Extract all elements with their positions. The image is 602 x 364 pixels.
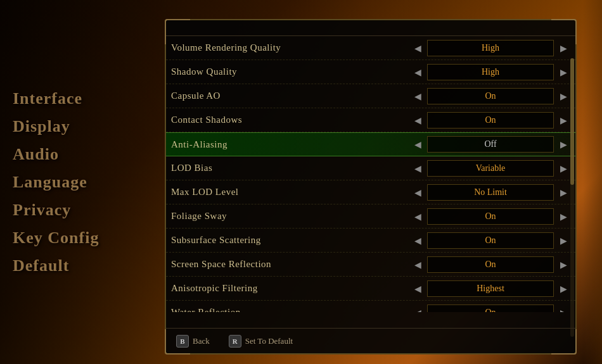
right-edge-decoration [583, 0, 602, 364]
setting-row-shadow-quality[interactable]: Shadow Quality◀High▶ [166, 60, 575, 84]
setting-label-shadow-quality: Shadow Quality [171, 66, 411, 77]
sidebar-item-keyconfig[interactable]: Key Config [13, 226, 155, 250]
key-icon-set-to-default: R [229, 335, 241, 348]
setting-label-foliage-sway: Foliage Sway [171, 211, 411, 222]
setting-row-water-reflection[interactable]: Water Reflection◀On▶ [166, 301, 575, 312]
setting-control-max-lod-level: ◀No Limit▶ [411, 184, 570, 201]
sidebar-item-privacy[interactable]: Privacy [13, 198, 155, 222]
value-box-contact-shadows: On [427, 112, 554, 129]
setting-control-volume-rendering-quality: ◀High▶ [411, 40, 570, 56]
arrow-left-volume-rendering-quality[interactable]: ◀ [411, 44, 425, 53]
arrow-right-capsule-ao[interactable]: ▶ [556, 92, 570, 101]
arrow-left-subsurface-scattering[interactable]: ◀ [411, 236, 425, 245]
arrow-left-max-lod-level[interactable]: ◀ [411, 188, 425, 197]
arrow-left-screen-space-reflection[interactable]: ◀ [411, 260, 425, 269]
arrow-right-water-reflection[interactable]: ▶ [556, 308, 570, 313]
setting-control-foliage-sway: ◀On▶ [411, 208, 570, 225]
arrow-right-max-lod-level[interactable]: ▶ [556, 188, 570, 197]
value-box-max-lod-level: No Limit [427, 184, 554, 201]
value-box-foliage-sway: On [427, 208, 554, 225]
key-icon-back: B [176, 335, 189, 348]
arrow-left-anti-aliasing[interactable]: ◀ [411, 140, 425, 149]
settings-list[interactable]: Volume Rendering Quality◀High▶Shadow Qua… [166, 36, 575, 312]
setting-row-contact-shadows[interactable]: Contact Shadows◀On▶ [166, 108, 575, 132]
setting-control-capsule-ao: ◀On▶ [411, 88, 570, 104]
setting-row-screen-space-reflection[interactable]: Screen Space Reflection◀On▶ [166, 253, 575, 277]
setting-control-contact-shadows: ◀On▶ [411, 112, 570, 129]
value-box-screen-space-reflection: On [427, 256, 554, 273]
value-box-subsurface-scattering: On [427, 232, 554, 249]
setting-label-max-lod-level: Max LOD Level [171, 187, 411, 198]
bottom-btn-back[interactable]: BBack [176, 335, 210, 348]
arrow-right-volume-rendering-quality[interactable]: ▶ [556, 44, 570, 53]
sidebar-item-audio[interactable]: Audio [13, 142, 155, 166]
value-box-lod-bias: Variable [427, 160, 554, 177]
setting-row-foliage-sway[interactable]: Foliage Sway◀On▶ [166, 204, 575, 229]
bottom-bar: BBackRSet To Default [166, 328, 575, 353]
sidebar-item-default[interactable]: Default [13, 254, 155, 278]
setting-label-screen-space-reflection: Screen Space Reflection [171, 259, 411, 270]
setting-label-water-reflection: Water Reflection [171, 307, 411, 312]
setting-label-lod-bias: LOD Bias [171, 163, 411, 173]
setting-row-subsurface-scattering[interactable]: Subsurface Scattering◀On▶ [166, 229, 575, 253]
bottom-btn-label-set-to-default: Set To Default [245, 336, 293, 346]
arrow-right-contact-shadows[interactable]: ▶ [556, 116, 570, 125]
arrow-left-contact-shadows[interactable]: ◀ [411, 116, 425, 125]
setting-row-anti-aliasing[interactable]: Anti-Aliasing◀Off▶ [166, 132, 575, 156]
main-panel: Volume Rendering Quality◀High▶Shadow Qua… [165, 19, 577, 355]
sidebar-item-interface[interactable]: Interface [13, 87, 155, 111]
value-box-anisotropic-filtering: Highest [427, 280, 554, 297]
arrow-right-shadow-quality[interactable]: ▶ [556, 68, 570, 77]
arrow-left-foliage-sway[interactable]: ◀ [411, 212, 425, 221]
bottom-btn-label-back: Back [193, 336, 210, 346]
setting-control-subsurface-scattering: ◀On▶ [411, 232, 570, 249]
setting-control-lod-bias: ◀Variable▶ [411, 160, 570, 177]
value-box-capsule-ao: On [427, 88, 554, 104]
setting-label-contact-shadows: Contact Shadows [171, 115, 411, 125]
sidebar-item-display[interactable]: Display [13, 115, 155, 139]
setting-control-anisotropic-filtering: ◀Highest▶ [411, 280, 570, 297]
scrollbar-track[interactable] [570, 58, 574, 337]
setting-label-subsurface-scattering: Subsurface Scattering [171, 235, 411, 246]
arrow-right-lod-bias[interactable]: ▶ [556, 164, 570, 173]
panel-title [166, 20, 575, 36]
setting-label-capsule-ao: Capsule AO [171, 91, 411, 101]
arrow-left-water-reflection[interactable]: ◀ [411, 308, 425, 313]
setting-row-max-lod-level[interactable]: Max LOD Level◀No Limit▶ [166, 180, 575, 204]
scrollbar-thumb[interactable] [570, 58, 574, 185]
arrow-right-subsurface-scattering[interactable]: ▶ [556, 236, 570, 245]
arrow-right-anti-aliasing[interactable]: ▶ [556, 140, 570, 149]
setting-row-capsule-ao[interactable]: Capsule AO◀On▶ [166, 84, 575, 108]
setting-label-anti-aliasing: Anti-Aliasing [171, 139, 411, 150]
setting-row-volume-rendering-quality[interactable]: Volume Rendering Quality◀High▶ [166, 36, 575, 60]
value-box-shadow-quality: High [427, 64, 554, 80]
setting-label-anisotropic-filtering: Anisotropic Filtering [171, 283, 411, 294]
value-box-anti-aliasing: Off [427, 136, 554, 153]
value-box-volume-rendering-quality: High [427, 40, 554, 56]
setting-control-shadow-quality: ◀High▶ [411, 64, 570, 80]
bottom-btn-set-to-default[interactable]: RSet To Default [229, 335, 293, 348]
arrow-right-anisotropic-filtering[interactable]: ▶ [556, 284, 570, 293]
arrow-left-shadow-quality[interactable]: ◀ [411, 68, 425, 77]
arrow-right-foliage-sway[interactable]: ▶ [556, 212, 570, 221]
arrow-right-screen-space-reflection[interactable]: ▶ [556, 260, 570, 269]
sidebar: InterfaceDisplayAudioLanguagePrivacyKey … [0, 0, 155, 364]
setting-row-lod-bias[interactable]: LOD Bias◀Variable▶ [166, 156, 575, 180]
setting-label-volume-rendering-quality: Volume Rendering Quality [171, 42, 411, 53]
setting-row-anisotropic-filtering[interactable]: Anisotropic Filtering◀Highest▶ [166, 277, 575, 301]
setting-control-anti-aliasing: ◀Off▶ [411, 136, 570, 153]
setting-control-screen-space-reflection: ◀On▶ [411, 256, 570, 273]
arrow-left-capsule-ao[interactable]: ◀ [411, 92, 425, 101]
value-box-water-reflection: On [427, 304, 554, 313]
sidebar-item-language[interactable]: Language [13, 170, 155, 194]
arrow-left-anisotropic-filtering[interactable]: ◀ [411, 284, 425, 293]
setting-control-water-reflection: ◀On▶ [411, 304, 570, 313]
arrow-left-lod-bias[interactable]: ◀ [411, 164, 425, 173]
